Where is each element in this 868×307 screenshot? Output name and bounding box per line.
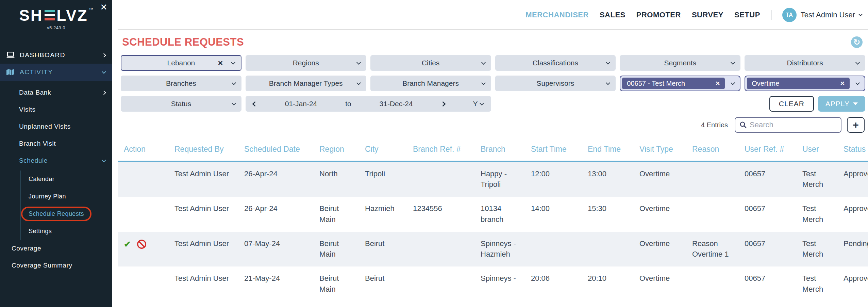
schedule-submenu: Calendar Journey Plan Schedule Requests … [20,171,112,240]
cell-reason [692,266,745,301]
nav-promoter[interactable]: PROMOTER [636,11,681,19]
sidebar-item-calendar[interactable]: Calendar [20,171,112,188]
date-to[interactable]: 31-Dec-24 [380,100,413,108]
cell-user-ref: 00657 [745,266,802,301]
clear-button[interactable]: CLEAR [769,96,814,112]
cell-action [118,266,174,301]
filter-branch-manager-types[interactable]: Branch Manager Types [246,76,366,91]
cell-region: North [319,161,365,197]
schedule-requests-table: Action Requested By Scheduled Date Regio… [118,137,868,302]
cell-visit-type: Overtime [639,161,692,197]
sidebar-item-coverage-summary[interactable]: Coverage Summary [0,257,112,269]
cell-start-time [531,232,588,266]
filter-classifications[interactable]: Classifications [495,55,616,71]
sidebar: ✕ SH LVZ ™ v5.243.0 DASHBOARD [0,0,112,307]
filter-supervisors[interactable]: Supervisors [495,76,616,91]
cell-branch-ref [413,266,481,301]
remove-chip-icon[interactable]: ✕ [840,80,845,87]
filter-countries[interactable]: Lebanon ✕ [121,55,241,71]
filter-branch-managers[interactable]: Branch Managers [370,76,491,91]
cell-status: Pending [844,232,868,266]
user-name: Test Admin User [801,11,855,19]
filter-merchandisers[interactable]: 00657 - Test Merch ✕ [620,76,740,91]
cell-end-time: 13:00 [588,161,639,197]
filter-label: Branch Manager Types [269,79,343,87]
approve-check-icon[interactable]: ✔ [124,240,131,248]
sidebar-item-unplanned-visits[interactable]: Unplanned Visits [0,118,112,135]
table-row: Test Admin User 26-Apr-24 Beirut Main Ha… [118,197,868,231]
col-status: Status [844,137,868,162]
sidebar-item-label: ACTIVITY [20,68,102,76]
cell-start-time: 14:00 [531,197,588,231]
cell-user-ref: 00657 [745,197,802,231]
cell-requested-by: Test Admin User [174,197,244,231]
reject-ban-icon[interactable] [137,239,147,249]
col-visit-type: Visit Type [639,137,692,162]
apply-button[interactable]: APPLY [818,96,865,112]
remove-chip-icon[interactable]: ✕ [715,80,720,87]
filter-status[interactable]: Status [121,96,241,112]
cell-reason [692,161,745,197]
chevron-down-icon [855,60,860,65]
col-user: User [802,137,844,162]
sidebar-item-coverage[interactable]: Coverage [0,240,112,257]
sidebar-close-icon[interactable]: ✕ [100,3,107,12]
date-from[interactable]: 01-Jan-24 [285,100,317,108]
sidebar-item-visits[interactable]: Visits [0,101,112,118]
filter-regions[interactable]: Regions [246,55,366,71]
sidebar-item-branch-visit[interactable]: Branch Visit [0,135,112,152]
filter-segments[interactable]: Segments [620,55,740,71]
nav-merchandiser[interactable]: MERCHANDISER [525,11,589,19]
filter-value: Lebanon [167,59,195,67]
page-content: SCHEDULE REQUESTS ↻ Lebanon ✕ Regions Ci… [112,34,868,302]
date-separator: to [345,100,351,108]
filter-branches[interactable]: Branches [121,76,241,91]
sidebar-item-settings[interactable]: Settings [20,223,112,240]
cell-scheduled-date: 07-May-24 [244,232,319,266]
chevron-down-icon [481,60,486,65]
filter-label: Segments [664,59,696,67]
nav-survey[interactable]: SURVEY [692,11,723,19]
sidebar-item-label: Branch Visit [19,140,105,147]
sidebar-item-data-bank[interactable]: Data Bank [0,84,112,101]
clear-filter-icon[interactable]: ✕ [218,59,223,67]
col-end-time: End Time [588,137,639,162]
chevron-down-icon [855,81,860,85]
cell-visit-type: Overtime [639,232,692,266]
filter-label: Status [171,100,191,108]
col-scheduled-date: Scheduled Date [244,137,319,162]
sidebar-item-dashboard[interactable]: DASHBOARD [0,47,112,64]
cell-start-time: 20:06 [531,266,588,301]
next-range-icon[interactable] [441,102,445,106]
cell-user: Test Merch [802,266,844,301]
filter-label: Distributors [787,59,823,67]
table-row: Test Admin User 26-Apr-24 North Tripoli … [118,161,868,197]
sidebar-item-schedule-requests[interactable]: Schedule Requests [20,205,112,223]
sidebar-item-label: Visits [19,106,105,113]
cell-branch-ref: 1234556 [413,197,481,231]
add-button[interactable]: + [847,117,865,133]
sidebar-item-schedule[interactable]: Schedule [0,152,112,169]
cell-branch: Spinneys - [481,266,531,301]
refresh-icon[interactable]: ↻ [851,36,863,48]
filters-panel: Lebanon ✕ Regions Cities Classifications [121,55,865,112]
filter-distributors[interactable]: Distributors [745,55,865,71]
nav-setup[interactable]: SETUP [734,11,760,19]
chevron-down-icon [102,158,106,162]
nav-divider [771,10,771,20]
col-user-ref: User Ref. # [745,137,802,162]
user-menu[interactable]: TA Test Admin User [782,8,862,22]
chevron-down-icon [606,81,610,85]
search-input[interactable] [750,120,848,129]
sidebar-item-journey-plan[interactable]: Journey Plan [20,188,112,205]
sidebar-item-activity[interactable]: ACTIVITY [0,64,112,81]
filter-visit-types[interactable]: Overtime ✕ [745,76,865,91]
previous-range-icon[interactable] [253,102,257,106]
chevron-down-icon [731,81,735,85]
range-mode-select[interactable]: Y [473,100,483,108]
chevron-down-icon [731,60,735,65]
filter-label: Regions [293,59,319,67]
nav-sales[interactable]: SALES [600,11,625,19]
filter-cities[interactable]: Cities [370,55,491,71]
cell-end-time [588,232,639,266]
